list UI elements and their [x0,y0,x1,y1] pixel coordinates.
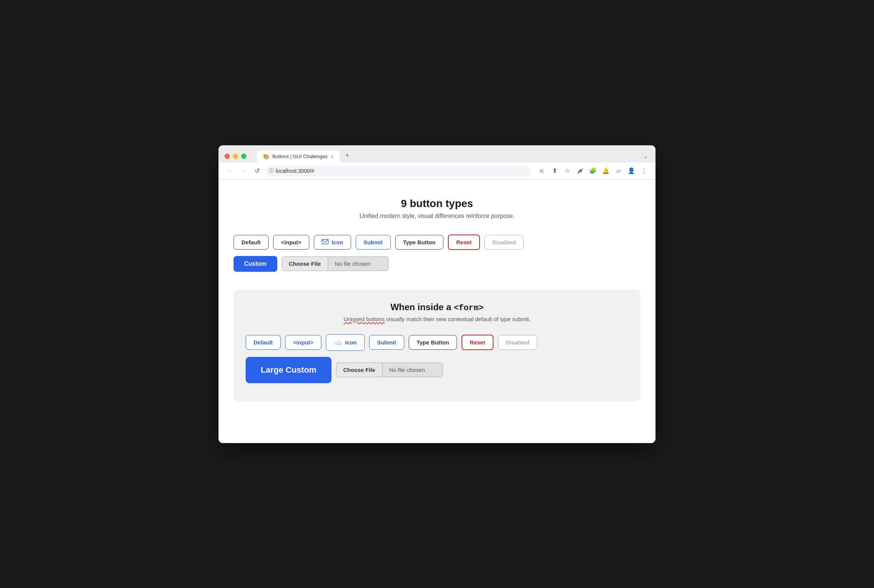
untyped-buttons-text: Untyped buttons [344,316,385,322]
disabled-button: Disabled [484,235,524,250]
form-default-button[interactable]: Default [246,335,281,350]
button-row-1: Default <input> Icon Submit Type Button … [234,235,640,250]
share-icon[interactable]: ⬆ [549,166,560,176]
tab-close-icon[interactable]: × [330,154,333,160]
form-no-file-chosen-label: No file chosen [382,363,443,377]
reset-button[interactable]: Reset [448,235,480,250]
section-title-text: When inside a [390,302,451,312]
submit-button[interactable]: Submit [356,235,391,250]
envelope-icon [322,239,329,245]
traffic-lights [225,154,246,159]
large-custom-button[interactable]: Large Custom [246,357,332,383]
close-button[interactable] [225,154,230,159]
form-button-row-1: Default <input> ☁️ Icon Submit Type Butt… [246,334,628,351]
button-row-2: Custom Choose File No file chosen [234,256,640,272]
no-file-chosen-label: No file chosen [328,257,388,271]
tab-favicon: 🎨 [263,154,269,160]
section-header: When inside a <form> Untyped buttons vis… [246,302,628,322]
section-title-code: <form> [454,303,483,313]
minimize-button[interactable] [233,154,238,159]
maximize-button[interactable] [241,154,246,159]
section-subtitle: Untyped buttons visually match their new… [246,316,628,322]
page-content: 9 button types Unified modern style, vis… [218,180,656,443]
form-input-button[interactable]: <input> [285,335,321,350]
address-bar: ← → ↺ ⓘ ⎋ ⬆ ☆ 🌶 🧩 🔔 ▱ 👤 ⋮ [218,163,656,180]
active-tab[interactable]: 🎨 Buttons | GUI Challenges × [257,151,340,163]
custom-button[interactable]: Custom [234,256,277,272]
form-icon-button-label: Icon [345,339,357,346]
extension2-icon[interactable]: 🧩 [588,166,598,176]
icon-button-label: Icon [332,239,343,245]
form-choose-file-button[interactable]: Choose File [336,363,382,377]
back-button[interactable]: ← [225,166,235,176]
bookmark-icon[interactable]: ☆ [562,166,573,176]
extension3-icon[interactable]: 🔔 [600,166,611,176]
menu-icon[interactable]: ⋮ [639,166,649,176]
section-subtitle-rest: visually match their new contextual defa… [386,316,530,322]
cloud-icon: ☁️ [334,338,342,347]
reload-button[interactable]: ↺ [252,166,262,176]
form-submit-button[interactable]: Submit [369,335,404,350]
form-type-button[interactable]: Type Button [409,335,457,350]
title-bar: 🎨 Buttons | GUI Challenges × + ⌄ [218,145,656,163]
form-disabled-button: Disabled [498,335,538,350]
form-section: When inside a <form> Untyped buttons vis… [234,290,640,401]
icon-button[interactable]: Icon [314,235,351,250]
demo-form: Default <input> ☁️ Icon Submit Type Butt… [246,334,628,383]
top-button-section: Default <input> Icon Submit Type Button … [234,235,640,272]
profile-icon[interactable]: 👤 [626,166,637,176]
file-input-wrapper: Choose File No file chosen [282,256,389,271]
type-button[interactable]: Type Button [395,235,443,250]
form-reset-button[interactable]: Reset [461,335,494,350]
security-icon: ⓘ [269,168,274,174]
extension1-icon[interactable]: 🌶 [575,166,585,176]
new-tab-button[interactable]: + [341,150,353,162]
page-subtitle: Unified modern style, visual differences… [234,213,640,219]
form-file-input-wrapper: Choose File No file chosen [336,363,443,377]
page-header: 9 button types Unified modern style, vis… [234,198,640,219]
form-icon-button[interactable]: ☁️ Icon [326,334,365,351]
section-title: When inside a <form> [246,302,628,313]
address-input[interactable] [265,166,530,176]
tab-bar: 🎨 Buttons | GUI Challenges × + [257,150,639,163]
form-button-row-2: Large Custom Choose File No file chosen [246,357,628,383]
input-button[interactable]: <input> [273,235,309,250]
address-wrapper: ⓘ [265,166,530,176]
sidebar-icon[interactable]: ▱ [613,166,624,176]
page-title: 9 button types [234,198,640,210]
external-link-icon[interactable]: ⎋ [536,166,547,176]
default-button[interactable]: Default [234,235,269,250]
toolbar-icons: ⎋ ⬆ ☆ 🌶 🧩 🔔 ▱ 👤 ⋮ [536,166,649,176]
forward-button[interactable]: → [238,166,249,176]
browser-window: 🎨 Buttons | GUI Challenges × + ⌄ ← → ↺ ⓘ… [218,145,656,443]
chevron-down-icon[interactable]: ⌄ [643,153,648,159]
choose-file-button[interactable]: Choose File [282,257,328,271]
tab-title: Buttons | GUI Challenges [272,154,327,159]
